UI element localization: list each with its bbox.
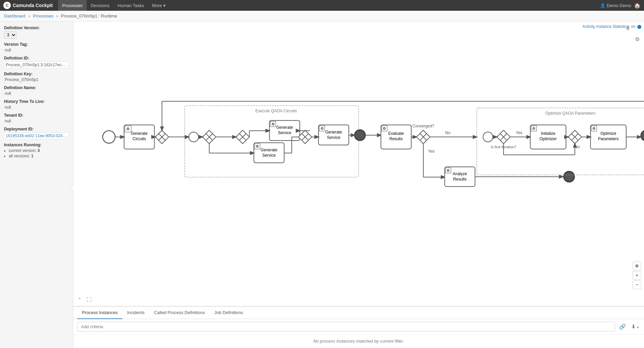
- instances-list: current version: 0 all versions: 1: [4, 148, 69, 158]
- version-select: 3: [4, 31, 69, 39]
- activity-stats-badge: [637, 25, 641, 29]
- bpmn-diagram: Generate Circuits ⚙ Execute QAOA C: [73, 22, 644, 306]
- empty-message: No process instances matched by current …: [313, 339, 404, 344]
- tab-process-instances[interactable]: Process Instances: [77, 307, 122, 319]
- nav-decisions[interactable]: Decisions: [87, 0, 114, 11]
- zoom-in-button[interactable]: +: [633, 271, 641, 280]
- svg-text:Service: Service: [327, 135, 340, 140]
- current-version-label: current version:: [9, 148, 37, 153]
- deployment-id-section: Deployment ID: 16195338-ed02-11ee-9053-0…: [4, 127, 69, 139]
- pause-button[interactable]: ⏸: [624, 24, 632, 32]
- svg-text:⚙: ⚙: [592, 126, 596, 130]
- svg-point-0: [103, 131, 115, 143]
- definition-key-label: Definition Key:: [4, 72, 69, 76]
- tab-called-process-definitions[interactable]: Called Process Definitions: [149, 307, 210, 319]
- brand-name: Camunda Cockpit: [13, 3, 53, 8]
- filter-bar: 🔗 ⬇ ▾: [73, 319, 644, 335]
- svg-text:No: No: [574, 145, 580, 149]
- tenant-id-label: Tenant ID:: [4, 113, 69, 118]
- definition-name-label: Definition Name:: [4, 85, 69, 90]
- version-dropdown[interactable]: 3: [4, 31, 16, 39]
- current-version-count: 0: [38, 148, 40, 153]
- fullscreen-button[interactable]: ⛶: [85, 296, 93, 303]
- history-ttl-value: null: [4, 105, 69, 110]
- link-icon: 🔗: [619, 324, 626, 330]
- svg-point-53: [356, 131, 364, 139]
- tenant-id-section: Tenant ID: null: [4, 113, 69, 123]
- breadcrumb-dashboard[interactable]: Dashboard: [4, 13, 26, 18]
- navbar-right: 👤 Demo Demo 🏠: [600, 2, 641, 9]
- version-tag-label: Version Tag:: [4, 42, 69, 47]
- pause-icon: ⏸: [625, 25, 631, 31]
- nav-more[interactable]: More ▾: [148, 0, 170, 11]
- all-versions-count: 1: [31, 154, 34, 158]
- nav-processes[interactable]: Processes: [58, 0, 87, 11]
- sidebar-toggle[interactable]: ‹: [70, 185, 73, 191]
- svg-text:Yes: Yes: [516, 130, 523, 135]
- svg-text:⚙: ⚙: [271, 122, 275, 126]
- definition-version-label: Definition Version:: [4, 26, 69, 30]
- history-ttl-section: History Time To Live: null: [4, 99, 69, 110]
- collapse-button[interactable]: ⌃: [76, 296, 83, 303]
- instances-running-section: Instances Running: current version: 0 al…: [4, 143, 69, 158]
- svg-text:Yes: Yes: [428, 149, 435, 154]
- svg-text:Optimize: Optimize: [600, 131, 616, 136]
- svg-text:Results: Results: [389, 137, 403, 141]
- svg-text:Generate: Generate: [325, 130, 342, 134]
- tab-bar: Process Instances Incidents Called Proce…: [73, 307, 644, 319]
- zoom-out-button[interactable]: −: [633, 280, 641, 289]
- svg-text:Initialize: Initialize: [541, 131, 555, 136]
- breadcrumb: Dashboard » Processes » Process_070m5p1 …: [0, 11, 644, 22]
- tab-incidents[interactable]: Incidents: [122, 307, 149, 319]
- svg-text:Optimize QAOA Parameters: Optimize QAOA Parameters: [545, 111, 595, 116]
- user-info: 👤 Demo Demo: [600, 3, 631, 8]
- activity-stats-link[interactable]: Activity Instance Statistics: on: [583, 24, 641, 29]
- table-empty-state: No process instances matched by current …: [73, 335, 644, 348]
- all-versions-label: all versions:: [9, 154, 30, 158]
- definition-key-value: Process_070m5p1: [4, 77, 69, 82]
- definition-id-value: Process_070m5p1:3:162c17ec-ed02...: [4, 62, 69, 68]
- nav-human-tasks[interactable]: Human Tasks: [114, 0, 148, 11]
- deployment-id-value[interactable]: 16195338-ed02-11ee-9053-0242c0...: [4, 132, 69, 139]
- filter-input[interactable]: [77, 322, 615, 332]
- svg-text:⚙: ⚙: [256, 144, 259, 148]
- version-tag-value: null: [4, 48, 69, 52]
- tenant-id-value: null: [4, 119, 69, 123]
- svg-text:Service: Service: [278, 130, 291, 135]
- chevron-down-icon: ▾: [163, 3, 166, 8]
- pan-button[interactable]: ✥: [633, 262, 641, 270]
- diagram-toolbar-top: Activity Instance Statistics: on: [583, 24, 641, 29]
- definition-id-section: Definition ID: Process_070m5p1:3:162c17e…: [4, 56, 69, 68]
- svg-text:Service: Service: [262, 153, 276, 158]
- svg-text:Results: Results: [453, 177, 467, 182]
- current-version-item: current version: 0: [9, 148, 69, 153]
- download-icon: ⬇: [631, 324, 636, 330]
- svg-text:⚙: ⚙: [446, 168, 450, 172]
- filter-link-button[interactable]: 🔗: [618, 322, 627, 331]
- all-versions-item: all versions: 1: [9, 154, 69, 158]
- breadcrumb-processes[interactable]: Processes: [33, 13, 53, 18]
- svg-text:Circuits: Circuits: [133, 137, 146, 141]
- history-ttl-label: History Time To Live:: [4, 99, 69, 104]
- svg-text:Evaluate: Evaluate: [388, 131, 404, 136]
- brand: C Camunda Cockpit: [3, 2, 53, 9]
- main-layout: ‹ Definition Version: 3 Version Tag: nul…: [0, 22, 644, 348]
- svg-text:Generate: Generate: [261, 148, 277, 152]
- svg-point-79: [565, 173, 573, 181]
- svg-text:Optimizer: Optimizer: [540, 137, 557, 141]
- version-tag-section: Version Tag: null: [4, 42, 69, 52]
- zoom-controls: ✥ + −: [633, 262, 641, 289]
- deployment-id-label: Deployment ID:: [4, 127, 69, 131]
- definition-id-label: Definition ID:: [4, 56, 69, 61]
- gear-button[interactable]: ⚙: [633, 35, 641, 43]
- filter-download-button[interactable]: ⬇ ▾: [630, 322, 640, 331]
- svg-text:Generate: Generate: [276, 125, 293, 130]
- navbar: C Camunda Cockpit Processes Decisions Hu…: [0, 0, 644, 11]
- home-icon[interactable]: 🏠: [634, 2, 641, 9]
- svg-text:Analyze: Analyze: [453, 172, 467, 177]
- svg-text:Converged?: Converged?: [412, 124, 434, 128]
- tab-job-definitions[interactable]: Job Definitions: [210, 307, 248, 319]
- svg-point-13: [189, 132, 199, 142]
- svg-text:⚙: ⚙: [126, 127, 130, 131]
- user-label: Demo Demo: [607, 3, 631, 8]
